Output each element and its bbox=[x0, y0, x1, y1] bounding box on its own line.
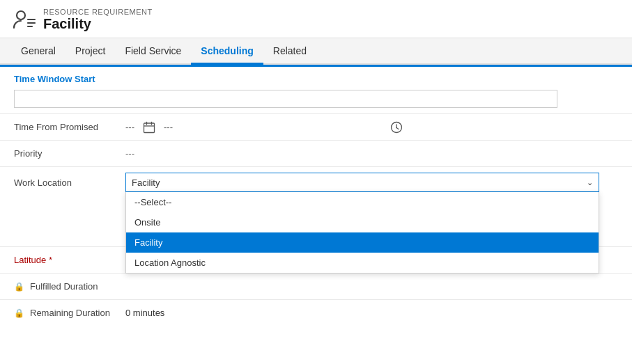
lock-icon-remaining: 🔒 bbox=[14, 308, 24, 318]
svg-line-10 bbox=[396, 127, 399, 129]
remaining-duration-value: 0 minutes bbox=[125, 308, 618, 318]
time-window-input[interactable] bbox=[14, 90, 557, 108]
clock-icon bbox=[390, 121, 403, 134]
time-window-input-row bbox=[0, 88, 632, 113]
resource-icon bbox=[11, 7, 36, 32]
time-from-promised-value: --- --- bbox=[125, 121, 618, 134]
fulfilled-duration-row: 🔒 Fulfilled Duration bbox=[0, 273, 632, 299]
tab-related[interactable]: Related bbox=[263, 38, 316, 65]
dropdown-selected-label: Facility bbox=[132, 177, 160, 188]
latitude-label: Latitude * bbox=[14, 255, 125, 265]
page-subtitle: RESOURCE REQUIREMENT bbox=[43, 8, 153, 16]
dropdown-item-location-agnostic[interactable]: Location Agnostic bbox=[126, 253, 599, 273]
work-location-dropdown[interactable]: Facility ⌄ --Select-- Onsite Facility Lo… bbox=[125, 173, 599, 192]
remaining-duration-row: 🔒 Remaining Duration 0 minutes bbox=[0, 299, 632, 326]
dropdown-item-facility[interactable]: Facility bbox=[126, 232, 599, 253]
dropdown-selected-display[interactable]: Facility ⌄ bbox=[125, 173, 599, 192]
header-text-block: RESOURCE REQUIREMENT Facility bbox=[43, 8, 153, 32]
dropdown-chevron-icon: ⌄ bbox=[587, 178, 593, 187]
work-location-row: Work Location Facility ⌄ --Select-- Onsi… bbox=[0, 166, 632, 198]
dropdown-list: --Select-- Onsite Facility Location Agno… bbox=[125, 192, 599, 274]
lock-icon-fulfilled: 🔒 bbox=[14, 282, 24, 292]
remaining-duration-label: 🔒 Remaining Duration bbox=[14, 308, 125, 318]
dropdown-item-onsite[interactable]: Onsite bbox=[126, 212, 599, 232]
page-header: RESOURCE REQUIREMENT Facility bbox=[0, 0, 632, 38]
tab-project[interactable]: Project bbox=[65, 38, 116, 65]
priority-row: Priority --- bbox=[0, 140, 632, 166]
page-title: Facility bbox=[43, 16, 153, 32]
main-content: Time Window Start Time From Promised ---… bbox=[0, 67, 632, 326]
calendar-icon bbox=[143, 121, 155, 134]
svg-point-0 bbox=[17, 11, 25, 19]
required-indicator: * bbox=[49, 255, 52, 265]
time-from-promised-label: Time From Promised bbox=[14, 122, 125, 132]
nav-tabs: General Project Field Service Scheduling… bbox=[0, 38, 632, 65]
tab-general[interactable]: General bbox=[11, 38, 65, 65]
tab-scheduling[interactable]: Scheduling bbox=[191, 38, 263, 65]
priority-label: Priority bbox=[14, 148, 125, 159]
work-location-label: Work Location bbox=[14, 177, 125, 188]
dropdown-item-select[interactable]: --Select-- bbox=[126, 192, 599, 212]
work-location-value: Facility ⌄ --Select-- Onsite Facility Lo… bbox=[125, 173, 618, 192]
time-from-promised-row: Time From Promised --- --- bbox=[0, 113, 632, 140]
fulfilled-duration-label: 🔒 Fulfilled Duration bbox=[14, 281, 125, 292]
priority-value: --- bbox=[125, 148, 618, 159]
svg-rect-4 bbox=[144, 123, 155, 133]
section-time-window: Time Window Start bbox=[0, 67, 632, 88]
tab-field-service[interactable]: Field Service bbox=[115, 38, 191, 65]
